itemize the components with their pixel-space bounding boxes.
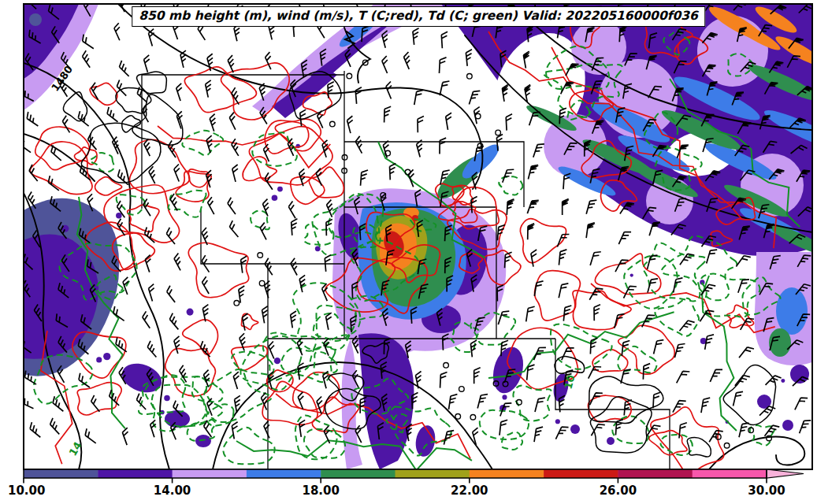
colorbar-tick-label: 14.00 — [154, 484, 191, 498]
colorbar-segment — [321, 469, 396, 478]
colorbar-segment — [24, 469, 98, 478]
colorbar-segment — [693, 469, 767, 478]
fill-speck — [277, 187, 283, 192]
colorbar-segment — [470, 469, 544, 478]
map-canvas: 1480 14 10 10.0014.0018.0022.0026.0030.0… — [0, 0, 817, 504]
colorbar-tick-label: 22.00 — [451, 484, 488, 498]
fill-speck — [781, 379, 785, 383]
fill-speck — [103, 353, 110, 360]
fill-speck — [555, 419, 560, 424]
colorbar-segment — [173, 469, 247, 478]
colorbar-tick-label: 30.00 — [748, 484, 785, 498]
colorbar-segment — [544, 469, 618, 478]
colorbar-segment — [247, 469, 321, 478]
fill-speck — [272, 195, 278, 201]
colorbar-tick-label: 26.00 — [600, 484, 637, 498]
fill-speck — [630, 273, 633, 276]
fill-speck — [274, 358, 280, 364]
plot-title: 850 mb height (m), wind (m/s), T (C;red)… — [132, 6, 705, 27]
fill-speck — [164, 395, 170, 402]
colorbar-segments — [24, 469, 767, 478]
colorbar-tick-label: 10.00 — [8, 484, 45, 498]
colorbar-segment — [396, 469, 470, 478]
weather-map-figure: 1480 14 10 10.0014.0018.0022.0026.0030.0… — [0, 0, 817, 504]
colorbar-segment — [98, 469, 173, 478]
fill-speck — [502, 395, 507, 399]
plot-title-text: 850 mb height (m), wind (m/s), T (C;red)… — [139, 9, 698, 23]
fill-speck — [116, 213, 122, 219]
colorbar-segment — [618, 469, 693, 478]
fill-speck — [187, 309, 194, 316]
fill-speck — [96, 357, 102, 362]
colorbar-tick-label: 18.00 — [302, 484, 339, 498]
